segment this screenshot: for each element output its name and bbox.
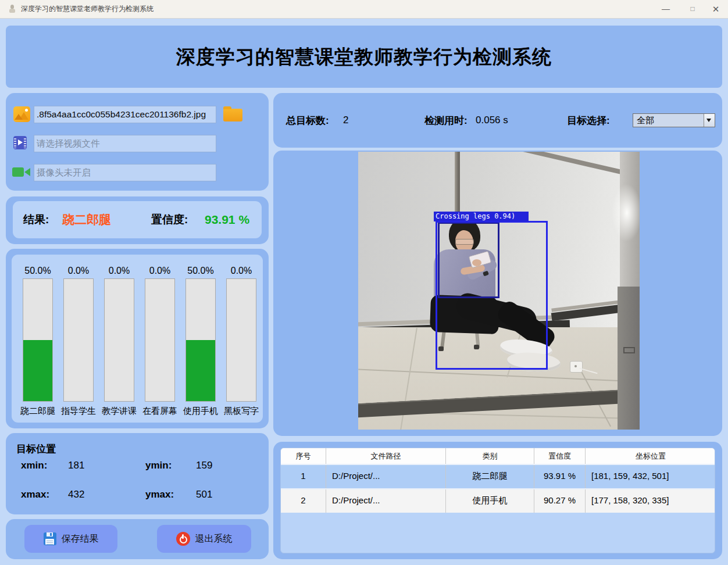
image-file-icon [13,106,30,122]
video-file-icon [13,136,27,149]
detection-box-crossing-legs [436,221,548,370]
header-coords: 坐标位置 [586,448,715,464]
cell-coords: [181, 159, 432, 501] [586,465,715,488]
dropdown-button[interactable] [704,114,715,127]
total-targets-label: 总目标数: [286,114,329,127]
window-title: 深度学习的智慧课堂老师教学行为检测系统 [21,0,154,18]
confidence-label: 置信度: [151,212,188,227]
actions-panel: 保存结果 退出系统 [6,519,269,559]
exit-button-label: 退出系统 [195,533,233,545]
result-panel: 结果: 跷二郎腿 置信度: 93.91 % [6,196,269,244]
header-banner: 深度学习的智慧课堂教师教学行为检测系统 [6,26,722,88]
bar-percent: 0.0% [58,263,99,278]
cell-index: 1 [281,465,326,488]
bar-percent: 50.0% [180,263,221,278]
results-table: 序号 文件路径 类别 置信度 坐标位置 1 D:/Project/... 跷二郎… [280,448,715,553]
video-path-input[interactable]: 请选择视频文件 [34,135,216,152]
target-select-value: 全部 [637,114,654,127]
camera-icon [12,167,31,177]
image-path-input[interactable]: .8f5a4aa1cc0c055b4231cec201136fb2.jpg [34,106,216,123]
xmax-label: xmax: [21,489,49,500]
chevron-down-icon [706,119,711,124]
app-icon [8,5,16,13]
result-value: 跷二郎腿 [62,212,111,228]
bar-track [63,278,94,402]
minimize-button[interactable]: — [656,0,676,18]
table-row[interactable]: 2 D:/Project/... 使用手机 90.27 % [177, 158,… [281,488,715,513]
behavior-bar-col: 0.0% 在看屏幕 [140,263,180,417]
bar-label: 教学讲课 [99,406,140,417]
cell-filepath: D:/Project/... [326,489,446,513]
ymin-label: ymin: [145,460,172,471]
bar-track [226,278,256,402]
behavior-bar-col: 50.0% 使用手机 [180,263,221,417]
detection-label: Crossing legs 0.94) [434,212,529,221]
cell-confidence: 93.91 % [534,465,586,488]
total-targets-value: 2 [343,115,348,126]
behavior-bar-col: 50.0% 跷二郎腿 [17,263,58,417]
bar-label: 在看屏幕 [140,406,180,417]
ymin-value: 159 [196,460,212,471]
exit-system-button[interactable]: 退出系统 [157,525,251,553]
bar-fill [23,340,52,401]
bar-track [145,278,175,402]
bar-label: 跷二郎腿 [17,406,58,417]
target-position-title: 目标位置 [16,442,56,456]
confidence-value: 93.91 % [205,213,249,227]
xmin-label: xmin: [21,460,47,471]
ymax-label: ymax: [145,489,174,500]
detection-image: Crossing legs 0.94) [358,152,640,430]
save-icon [44,532,56,545]
open-folder-icon[interactable] [223,109,242,121]
bar-label: 指导学生 [58,406,99,417]
detect-time-label: 检测用时: [424,114,468,127]
bar-percent: 0.0% [221,263,262,278]
cell-index: 2 [281,489,326,513]
header-filepath: 文件路径 [326,448,446,464]
bar-percent: 50.0% [17,263,58,278]
save-results-button[interactable]: 保存结果 [24,525,117,553]
close-button[interactable]: ✕ [706,0,726,18]
xmax-value: 432 [68,489,84,500]
titlebar: 深度学习的智慧课堂老师教学行为检测系统 — □ ✕ [0,0,728,19]
header-index: 序号 [281,448,326,464]
results-table-panel: 序号 文件路径 类别 置信度 坐标位置 1 D:/Project/... 跷二郎… [273,442,722,559]
file-input-panel: .8f5a4aa1cc0c055b4231cec201136fb2.jpg 请选… [6,93,269,191]
target-select-dropdown[interactable]: 全部 [633,113,715,127]
bar-track [104,278,134,402]
ymax-value: 501 [196,489,212,500]
cell-coords: [177, 158, 320, 335] [586,489,715,513]
behavior-bars-panel: 50.0% 跷二郎腿 0.0% 指导学生 0.0% 教学讲课 0.0% 在看屏幕… [6,249,269,428]
header-confidence: 置信度 [534,448,586,464]
cell-filepath: D:/Project/... [326,465,446,488]
bar-track [185,278,216,402]
xmin-value: 181 [68,460,84,471]
target-select-label: 目标选择: [567,114,610,127]
bar-percent: 0.0% [140,263,180,278]
page-title: 深度学习的智慧课堂教师教学行为检测系统 [6,44,722,70]
behavior-bar-col: 0.0% 指导学生 [58,263,99,417]
bar-label: 使用手机 [180,406,221,417]
camera-status-input[interactable]: 摄像头未开启 [34,164,216,181]
behavior-bar-col: 0.0% 黑板写字 [221,263,262,417]
bar-fill [186,340,215,401]
bar-track [23,278,53,402]
stats-panel: 总目标数: 2 检测用时: 0.056 s 目标选择: 全部 [273,93,722,148]
cell-confidence: 90.27 % [534,489,586,513]
bar-percent: 0.0% [99,263,140,278]
bar-label: 黑板写字 [221,406,262,417]
target-position-panel: 目标位置 xmin: 181 ymin: 159 xmax: 432 ymax:… [6,433,269,514]
image-viewer-panel: Crossing legs 0.94) [273,151,722,436]
maximize-button[interactable]: □ [683,0,702,18]
detect-time-value: 0.056 s [476,115,508,126]
table-row[interactable]: 1 D:/Project/... 跷二郎腿 93.91 % [181, 159,… [281,464,715,488]
header-class: 类别 [446,448,534,464]
table-header-row: 序号 文件路径 类别 置信度 坐标位置 [281,448,715,464]
cell-class: 使用手机 [446,489,534,513]
cell-class: 跷二郎腿 [446,465,534,488]
behavior-bar-col: 0.0% 教学讲课 [99,263,140,417]
power-icon [176,532,190,546]
result-label: 结果: [23,212,49,227]
save-button-label: 保存结果 [62,533,99,545]
